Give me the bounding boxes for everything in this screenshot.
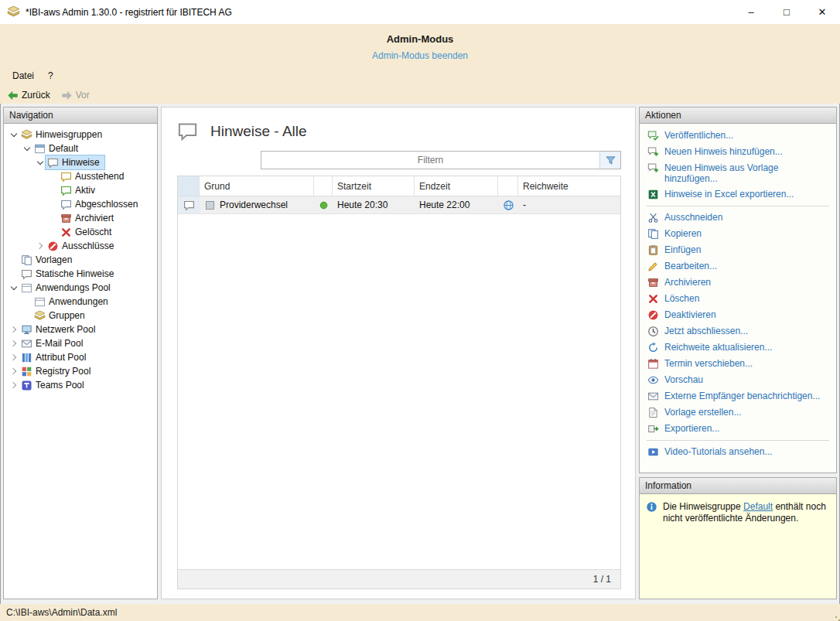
separator [647,206,829,206]
paste-icon [647,244,659,256]
tree-item-abgeschlossen[interactable]: Abgeschlossen [4,197,157,211]
menu-datei[interactable]: Datei [5,68,41,85]
table-row[interactable]: Providerwechsel Heute 20:30 Heute 22:00 … [178,196,620,214]
action-veroeffentlichen[interactable]: Veröffentlichen... [645,128,831,144]
toolbar: Zurück Vor [0,85,840,105]
tree-item-anwendungen[interactable]: Anwendungen [4,295,157,309]
menu-help[interactable]: ? [41,68,60,85]
action-bearbeiten[interactable]: Bearbeiten... [645,258,831,275]
action-termin-verschieben[interactable]: Termin verschieben... [645,356,831,372]
tree-item-hinweisgruppen[interactable]: Hinweisgruppen [4,128,157,142]
chevron-down-icon[interactable] [22,143,32,154]
tree-item-aktiv[interactable]: Aktiv [4,183,157,197]
window-controls: – □ ✕ [733,0,840,24]
chevron-right-icon[interactable] [9,352,19,363]
column-header-grund[interactable]: Grund [200,176,314,196]
tree-indent-spacer [48,185,59,196]
tree-item-statische-hinweise[interactable]: Statische Hinweise [4,267,157,281]
column-header-startzeit[interactable]: Startzeit [333,176,415,196]
chevron-down-icon[interactable] [9,282,19,293]
action-loeschen[interactable]: Löschen [645,291,831,307]
notify-external-icon [647,391,659,402]
minimize-button[interactable]: – [733,0,769,24]
column-header-reichweite[interactable]: Reichweite [518,176,620,196]
table-footer: 1 / 1 [178,569,620,589]
tree-item-teams-pool[interactable]: Teams Pool [4,378,157,392]
preview-icon [647,374,659,386]
action-archivieren[interactable]: Archivieren [645,275,831,291]
default-group-link[interactable]: Default [743,501,773,512]
add-hint-icon [647,146,659,158]
email-pool-icon [21,338,32,350]
tree-item-hinweise[interactable]: Hinweise [4,155,157,169]
back-button-label: Zurück [22,90,50,101]
exit-admin-mode-link[interactable]: Admin-Modus beenden [372,50,468,61]
tree-item-netzwerk-pool[interactable]: Netzwerk Pool [4,322,157,336]
table-header-row: Grund Startzeit Endzeit Reichweite [178,176,620,196]
tree-item-anwendungs-pool[interactable]: Anwendungs Pool [4,281,157,295]
tree-item-registry-pool[interactable]: Registry Pool [4,364,157,378]
action-vorschau[interactable]: Vorschau [645,372,831,388]
publish-icon [647,130,659,142]
active-status-icon [318,200,330,211]
action-deaktivieren[interactable]: Deaktivieren [645,307,831,323]
title-bar: *IBI-aws Admin 1.30.0 - registriert für … [0,0,840,24]
column-header-endzeit[interactable]: Endzeit [415,176,498,196]
forward-button[interactable]: Vor [61,90,90,101]
tree-item-email-pool[interactable]: E-Mail Pool [4,336,157,350]
action-excel-exportieren[interactable]: Hinweise in Excel exportieren... [645,186,831,203]
export-icon [647,423,659,435]
tree-item-default[interactable]: Default [4,142,157,155]
tree-item-gruppen[interactable]: Gruppen [4,309,157,322]
chevron-down-icon[interactable] [35,157,46,168]
chevron-right-icon[interactable] [9,338,19,349]
tree-indent-spacer [22,310,32,321]
tree-indent-spacer [48,199,59,210]
hint-completed-icon [60,199,72,210]
action-exportieren[interactable]: Exportieren... [645,421,831,437]
tree-item-attribut-pool[interactable]: Attribut Pool [4,350,157,364]
action-vorlage-erstellen[interactable]: Vorlage erstellen... [645,404,831,421]
column-header-scope[interactable] [498,176,518,196]
maximize-button[interactable]: □ [769,0,804,24]
filter-funnel-button[interactable] [599,152,620,169]
action-jetzt-abschliessen[interactable]: Jetzt abschliessen... [645,323,831,340]
tree-item-geloescht[interactable]: Gelöscht [4,225,157,239]
tree-indent-spacer [9,268,19,279]
action-neuen-hinweis-hinzufuegen[interactable]: Neuen Hinweis hinzufügen... [645,144,831,160]
tree-item-archiviert[interactable]: Archiviert [4,211,157,225]
resize-grip-icon[interactable] [835,616,837,618]
hint-active-icon [60,185,72,196]
tree-item-ausstehend[interactable]: Ausstehend [4,169,157,183]
status-bar: C:\IBI-aws\Admin\Data.xml [0,604,840,621]
chevron-right-icon[interactable] [9,380,19,391]
deactivate-icon [647,309,659,321]
status-path: C:\IBI-aws\Admin\Data.xml [6,607,117,618]
close-button[interactable]: ✕ [804,0,840,24]
chevron-right-icon[interactable] [9,324,19,335]
column-header-type[interactable] [178,176,200,196]
action-reichweite-aktualisieren[interactable]: Reichweite aktualisieren... [645,340,831,356]
tree-item-vorlagen[interactable]: Vorlagen [4,253,157,267]
excel-export-icon [647,189,659,200]
page-title-row: Hinweise - Alle [177,121,621,142]
chevron-right-icon[interactable] [35,241,46,251]
applications-pool-icon [21,282,32,294]
groups-icon [34,310,46,322]
finish-now-icon [647,326,659,337]
action-neuen-hinweis-aus-vorlage[interactable]: Neuen Hinweis aus Vorlage hinzufügen... [645,160,831,186]
filter-input[interactable] [261,152,599,169]
copy-icon [647,228,659,240]
action-einfuegen[interactable]: Einfügen [645,242,831,258]
chevron-down-icon[interactable] [9,129,19,140]
action-externe-empfaenger[interactable]: Externe Empfänger benachrichtigen... [645,388,831,404]
action-ausschneiden[interactable]: Ausschneiden [645,210,831,226]
back-button[interactable]: Zurück [7,90,50,101]
action-kopieren[interactable]: Kopieren [645,226,831,242]
hints-icon [47,157,59,169]
chevron-right-icon[interactable] [9,366,19,377]
tree-item-ausschluesse[interactable]: Ausschlüsse [4,239,157,253]
column-header-status[interactable] [314,176,333,196]
action-video-tutorials[interactable]: Video-Tutorials ansehen... [645,444,831,460]
network-pool-icon [21,324,32,336]
